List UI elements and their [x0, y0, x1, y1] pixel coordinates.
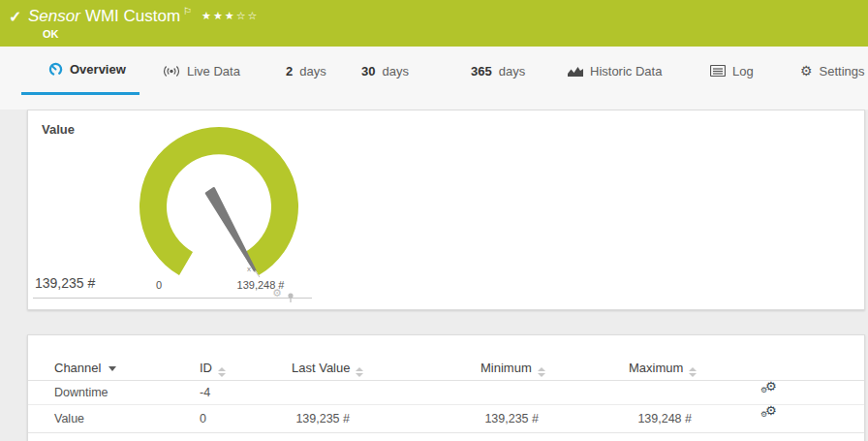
column-header-label: ID — [200, 361, 212, 375]
sort-icons — [356, 367, 363, 377]
column-header-label: Channel — [54, 361, 101, 375]
sort-icons — [538, 367, 545, 377]
column-header-label: Last Value — [292, 361, 350, 375]
sensor-title: SensorWMI Custom⚐★★★☆☆ — [28, 6, 259, 26]
gauge-value-marker: x — [247, 265, 251, 273]
log-list-icon — [710, 65, 726, 77]
object-kind-label: Sensor — [28, 7, 80, 25]
channel-id: -4 — [200, 381, 210, 405]
channel-name: Downtime — [54, 381, 108, 405]
channel-minimum: 139,235 # — [461, 405, 539, 433]
gauge-icon — [48, 62, 63, 77]
tab-bar: Overview Live Data 2 days 30 days 365 da… — [0, 47, 868, 110]
table-header-row: Channel ID Last Value Minimum Maximum — [28, 335, 864, 381]
gauge-needle — [206, 189, 255, 270]
tab-label: days — [499, 64, 525, 79]
tab-2-days[interactable]: 2 days — [286, 47, 326, 95]
gauge-current-value: 139,235 # — [35, 275, 95, 291]
gauge-scale-min: 0 — [140, 279, 178, 291]
column-header-channel[interactable]: Channel — [54, 361, 116, 375]
tab-30-days[interactable]: 30 days — [361, 47, 409, 95]
tab-label: days — [299, 64, 326, 79]
channel-id: 0 — [200, 405, 206, 433]
gear-icon: ⚙ — [800, 63, 813, 79]
status-badge: OK — [43, 28, 59, 40]
sort-icons — [689, 367, 697, 377]
tab-historic-data[interactable]: Historic Data — [568, 47, 662, 95]
column-header-minimum[interactable]: Minimum — [480, 361, 545, 377]
tab-label: Historic Data — [590, 64, 662, 79]
sort-desc-icon — [108, 366, 116, 371]
channel-table-panel: Channel ID Last Value Minimum Maximum Do… — [27, 334, 865, 441]
area-chart-icon — [568, 65, 583, 77]
sort-icons — [218, 367, 226, 377]
tab-label: days — [382, 64, 408, 79]
sensor-status-header: ✓ SensorWMI Custom⚐★★★☆☆ OK — [0, 0, 868, 47]
column-header-label: Maximum — [629, 361, 683, 375]
flag-icon[interactable]: ⚐ — [183, 6, 192, 16]
tab-label: Live Data — [187, 64, 240, 79]
channel-maximum: 139,248 # — [614, 405, 692, 433]
gauge-pin-icon[interactable] — [287, 290, 294, 307]
tab-number: 365 — [471, 64, 492, 79]
column-header-id[interactable]: ID — [200, 361, 226, 377]
tab-label: Settings — [820, 64, 865, 79]
tab-log[interactable]: Log — [710, 47, 754, 95]
gauge-settings-gear-icon[interactable]: ⚙ — [272, 287, 282, 299]
tab-settings[interactable]: ⚙ Settings — [800, 47, 865, 95]
gauge-widget-divider — [33, 298, 312, 299]
channel-last-value: 139,235 # — [272, 405, 350, 433]
column-header-label: Minimum — [480, 361, 532, 375]
priority-stars[interactable]: ★★★☆☆ — [202, 10, 259, 21]
tab-365-days[interactable]: 365 days — [471, 47, 525, 95]
tab-live-data[interactable]: Live Data — [163, 47, 240, 95]
table-row-downtime: Downtime -4 ⚙⚙ — [28, 381, 864, 405]
live-signal-icon — [163, 65, 180, 78]
table-row-value: Value 0 139,235 # 139,235 # 139,248 # ⚙⚙ — [28, 405, 864, 433]
tab-label: Log — [732, 64, 754, 79]
sensor-name: WMI Custom — [85, 7, 180, 25]
tab-number: 2 — [286, 64, 293, 79]
tab-overview[interactable]: Overview — [21, 47, 140, 95]
tab-number: 30 — [361, 64, 375, 79]
tab-label: Overview — [70, 62, 126, 77]
channel-name: Value — [54, 405, 84, 433]
column-header-last-value[interactable]: Last Value — [292, 361, 363, 377]
ok-check-icon: ✓ — [9, 8, 21, 26]
gauge-panel: Value x 139,235 # 0 139,248 # ⚙ — [27, 110, 865, 310]
column-header-maximum[interactable]: Maximum — [629, 361, 697, 377]
